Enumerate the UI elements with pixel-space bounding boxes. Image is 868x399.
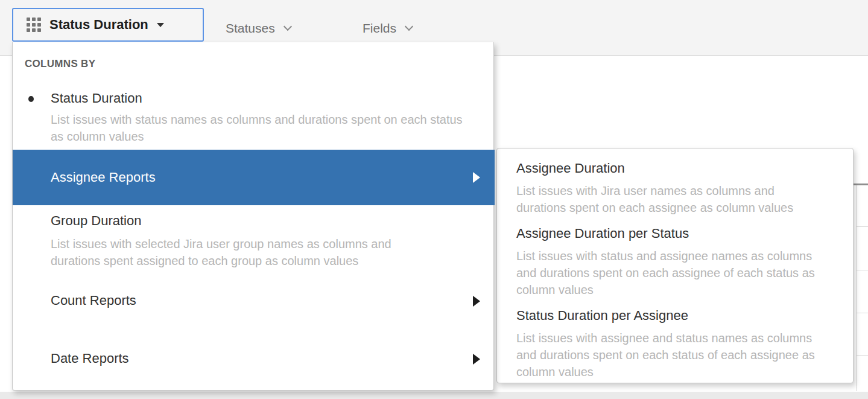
background-table-row-border xyxy=(857,226,868,227)
submenu-item-assignee-duration[interactable]: Assignee Duration List issues with Jira … xyxy=(497,161,853,223)
menu-item-label: Group Duration xyxy=(51,213,141,229)
submenu-item-description: List issues with Jira user names as colu… xyxy=(516,182,827,216)
columns-by-section-header: COLUMNS BY xyxy=(25,58,95,70)
menu-item-label: Date Reports xyxy=(51,351,129,366)
background-table-row-border xyxy=(857,313,868,313)
assignee-reports-submenu: Assignee Duration List issues with Jira … xyxy=(496,148,854,383)
submenu-item-label: Assignee Duration per Status xyxy=(516,226,689,241)
submenu-item-label: Assignee Duration xyxy=(516,161,625,176)
submenu-item-label: Status Duration per Assignee xyxy=(516,308,688,324)
columns-by-button[interactable]: Status Duration xyxy=(12,8,204,42)
background-table-row-border xyxy=(857,355,868,356)
menu-item-description: List issues with selected Jira user grou… xyxy=(51,235,443,269)
chevron-down-icon xyxy=(405,22,413,30)
menu-item-assignee-reports[interactable]: Assignee Reports xyxy=(13,150,495,205)
submenu-item-description: List issues with assignee and status nam… xyxy=(516,330,827,380)
submenu-item-assignee-duration-per-status[interactable]: Assignee Duration per Status List issues… xyxy=(497,226,853,305)
radio-selected-icon xyxy=(28,96,34,102)
statuses-label: Statuses xyxy=(226,21,275,36)
menu-item-label: Status Duration xyxy=(51,91,142,106)
columns-by-dropdown: COLUMNS BY Status Duration List issues w… xyxy=(12,42,494,391)
menu-item-count-reports[interactable]: Count Reports xyxy=(13,285,495,343)
menu-item-group-duration[interactable]: Group Duration List issues with selected… xyxy=(13,206,495,285)
caret-down-icon xyxy=(157,23,164,27)
chevron-down-icon xyxy=(284,22,292,30)
submenu-item-description: List issues with status and assignee nam… xyxy=(516,247,827,298)
submenu-item-status-duration-per-assignee[interactable]: Status Duration per Assignee List issues… xyxy=(497,308,853,380)
submenu-arrow-icon xyxy=(473,354,480,365)
menu-item-label: Assignee Reports xyxy=(51,170,156,185)
submenu-arrow-icon xyxy=(473,296,480,307)
menu-item-label: Count Reports xyxy=(51,293,136,308)
page-bottom-background xyxy=(0,392,868,399)
menu-item-status-duration[interactable]: Status Duration List issues with status … xyxy=(13,88,495,146)
background-table-row-border xyxy=(857,270,868,270)
background-table-vertical-border xyxy=(856,185,857,391)
menu-item-description: List issues with status names as columns… xyxy=(51,111,476,145)
grid-icon xyxy=(27,18,41,32)
fields-label: Fields xyxy=(363,21,396,36)
columns-button-label: Status Duration xyxy=(49,17,148,33)
submenu-arrow-icon xyxy=(473,172,480,183)
menu-item-date-reports[interactable]: Date Reports xyxy=(13,343,495,391)
